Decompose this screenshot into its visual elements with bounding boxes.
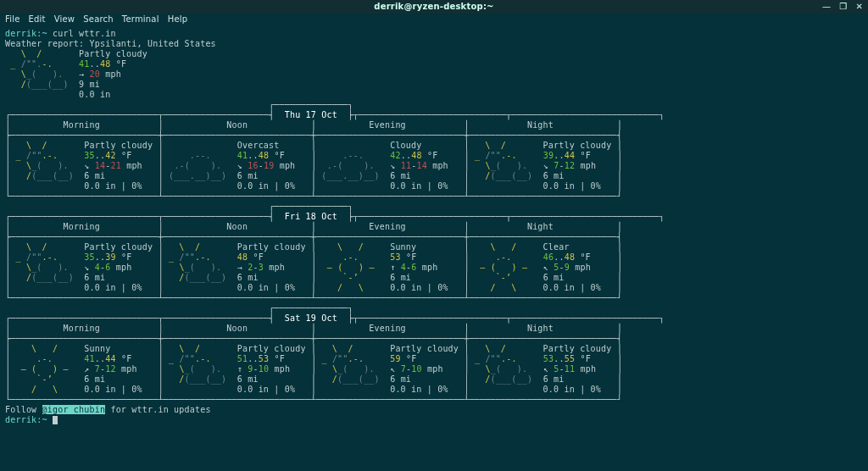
twitter-handle: @igor_chubin xyxy=(42,405,106,414)
cell-condition: Partly cloudy xyxy=(84,141,158,150)
cell-temp-lo: 41 xyxy=(237,151,248,160)
cell-precip: 0.0 in | 0% xyxy=(390,385,464,394)
cell-temp-hi: 53 xyxy=(390,252,400,262)
window-controls: — ❐ ✕ xyxy=(822,0,863,14)
cell-precip: 0.0 in | 0% xyxy=(84,283,158,292)
cell-visibility: 6 mi xyxy=(543,374,617,384)
period-label: Night xyxy=(470,120,617,130)
day-date-top: ┌──────────────┐ xyxy=(5,303,353,313)
period-label: Evening xyxy=(316,120,464,130)
cell-temp-hi: 44 xyxy=(105,354,115,363)
menu-search[interactable]: Search xyxy=(83,14,114,25)
cell-temp-lo: 35 xyxy=(84,151,94,160)
day-date-top: ┌──────────────┐ xyxy=(5,202,353,211)
cell-precip: 0.0 in | 0% xyxy=(237,181,311,191)
cell-condition: Clear xyxy=(543,242,617,252)
cell-wind-value: 14 xyxy=(95,161,105,170)
cell-visibility: 6 mi xyxy=(237,171,311,180)
period-label: Noon xyxy=(164,120,311,130)
cell-precip: 0.0 in | 0% xyxy=(237,283,311,292)
period-label: Morning xyxy=(10,222,158,231)
cell-temp-lo: 53 xyxy=(543,354,554,363)
cell-temp-hi: 39 xyxy=(105,252,115,262)
cell-precip: 0.0 in | 0% xyxy=(390,181,464,191)
period-label: Noon xyxy=(164,324,311,333)
menu-terminal[interactable]: Terminal xyxy=(122,14,159,25)
cell-temp-hi: 55 xyxy=(565,354,575,363)
weather-report-header: Weather report: Ypsilanti, United States xyxy=(5,39,216,48)
cell-precip: 0.0 in | 0% xyxy=(84,181,158,191)
period-label: Night xyxy=(470,324,617,333)
period-label: Evening xyxy=(316,324,464,333)
period-label: Night xyxy=(470,222,617,231)
cell-temp-lo: 39 xyxy=(543,151,554,160)
cloud-icon: \ / xyxy=(5,49,79,58)
day-title: Thu 17 Oct xyxy=(274,110,348,119)
menu-view[interactable]: View xyxy=(54,14,75,25)
cell-visibility: 6 mi xyxy=(390,374,464,384)
day-title: Fri 18 Oct xyxy=(274,212,348,221)
window-title: derrik@ryzen-desktop:~ xyxy=(374,2,493,12)
cell-condition: Sunny xyxy=(84,344,158,353)
menu-edit[interactable]: Edit xyxy=(29,14,46,25)
cell-temp-lo: 42 xyxy=(390,151,400,160)
menubar: File Edit View Search Terminal Help xyxy=(0,14,868,25)
cell-visibility: 6 mi xyxy=(84,273,158,282)
window-titlebar: derrik@ryzen-desktop:~ — ❐ ✕ xyxy=(0,0,868,14)
current-wind-arrow: → xyxy=(79,69,89,79)
current-visibility: 9 mi xyxy=(79,80,100,89)
cell-temp-hi: 44 xyxy=(565,151,575,160)
cell-temp-lo: 46 xyxy=(543,252,554,262)
cell-temp-hi: 48 xyxy=(237,252,248,262)
cell-temp-hi: 42 xyxy=(105,151,115,160)
cell-temp-hi: 48 xyxy=(411,151,421,160)
cell-condition: Partly cloudy xyxy=(84,242,158,252)
current-temp-hi: 48 xyxy=(100,59,110,69)
cell-condition: Partly cloudy xyxy=(543,344,617,353)
cell-visibility: 6 mi xyxy=(237,273,311,282)
current-temp-lo: 41 xyxy=(79,59,89,69)
period-label: Morning xyxy=(10,324,158,333)
cell-precip: 0.0 in | 0% xyxy=(84,385,158,394)
cell-condition: Overcast xyxy=(237,141,311,150)
period-label: Noon xyxy=(164,222,311,231)
maximize-icon[interactable]: ❐ xyxy=(839,2,847,12)
cell-visibility: 6 mi xyxy=(543,273,617,282)
menu-help[interactable]: Help xyxy=(168,14,188,25)
cell-condition: Partly cloudy xyxy=(237,242,311,252)
period-label: Evening xyxy=(316,222,464,231)
cell-condition: Partly cloudy xyxy=(237,344,311,353)
terminal-output[interactable]: derrik:~ curl wttr.inWeather report: Yps… xyxy=(0,25,868,430)
cell-temp-hi: 48 xyxy=(259,151,269,160)
cell-temp-lo: 41 xyxy=(84,354,94,363)
menu-file[interactable]: File xyxy=(5,14,20,25)
cell-precip: 0.0 in | 0% xyxy=(237,385,311,394)
cell-temp-hi: 53 xyxy=(259,354,269,363)
cell-temp-hi: 59 xyxy=(390,354,400,363)
cell-condition: Partly cloudy xyxy=(543,141,617,150)
typed-command: curl wttr.in xyxy=(53,29,116,38)
prompt-user-host: derrik:~ xyxy=(5,29,47,38)
minimize-icon[interactable]: — xyxy=(822,2,831,12)
cell-visibility: 6 mi xyxy=(390,273,464,282)
current-precip: 0.0 in xyxy=(79,90,110,99)
cell-visibility: 6 mi xyxy=(84,374,158,384)
cell-precip: 0.0 in | 0% xyxy=(543,283,617,292)
cell-temp-lo: 51 xyxy=(237,354,248,363)
cell-precip: 0.0 in | 0% xyxy=(543,181,617,191)
cell-condition: Partly cloudy xyxy=(390,344,464,353)
cell-visibility: 6 mi xyxy=(390,171,464,180)
day-date-top: ┌──────────────┐ xyxy=(5,100,353,109)
cell-precip: 0.0 in | 0% xyxy=(543,385,617,394)
current-wind-value: 20 xyxy=(90,69,100,79)
cell-temp-hi: 48 xyxy=(565,252,575,262)
cell-condition: Cloudy xyxy=(390,141,464,150)
cursor[interactable] xyxy=(53,416,58,424)
current-condition: Partly cloudy xyxy=(79,49,147,58)
close-icon[interactable]: ✕ xyxy=(855,2,863,12)
day-title: Sat 19 Oct xyxy=(274,313,348,323)
cell-wind-value: 16 xyxy=(248,161,258,170)
cell-visibility: 6 mi xyxy=(237,374,311,384)
cell-visibility: 6 mi xyxy=(543,171,617,180)
cell-wind-value: 11 xyxy=(401,161,411,170)
